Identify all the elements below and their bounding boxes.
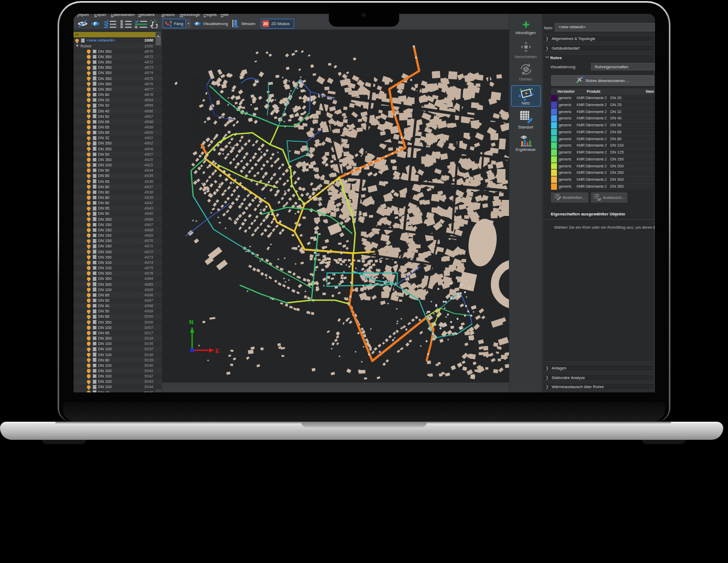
svg-text:E: E [215, 348, 219, 354]
svg-text:N: N [189, 319, 193, 325]
